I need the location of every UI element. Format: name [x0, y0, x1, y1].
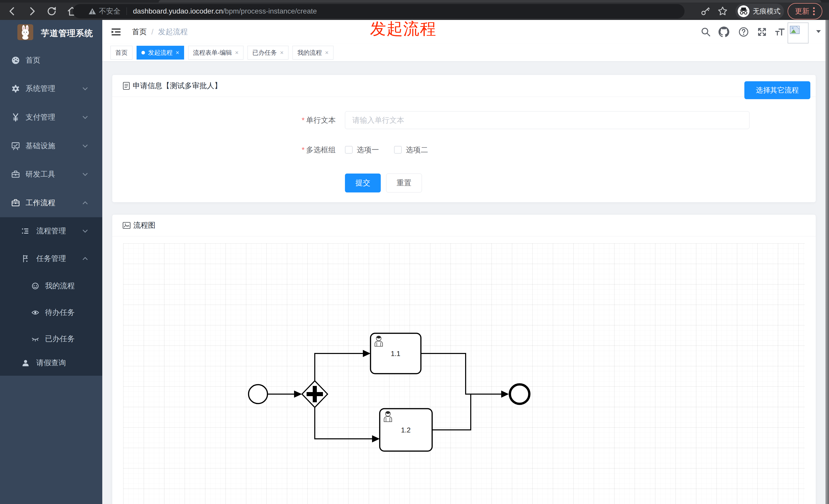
- sidebar-item-label: 支付管理: [26, 112, 55, 122]
- sidebar-item-label: 任务管理: [36, 254, 66, 264]
- form-card-title: 申请信息【测试多审批人】: [133, 81, 222, 91]
- warning-triangle-icon: [88, 7, 97, 15]
- tag-my-processes[interactable]: 我的流程×: [292, 46, 333, 60]
- sidebar-logo-row[interactable]: 芋道管理系统: [0, 20, 102, 48]
- monitor-icon: [11, 142, 20, 150]
- close-icon[interactable]: ×: [235, 49, 239, 56]
- sidebar-item-process-management[interactable]: 流程管理: [0, 218, 102, 244]
- tag-home[interactable]: 首页: [110, 46, 133, 60]
- breadcrumb-separator: /: [151, 28, 153, 36]
- sidebar-item-done-tasks[interactable]: 已办任务: [0, 325, 102, 352]
- sidebar-item-infrastructure[interactable]: 基础设施: [0, 131, 102, 160]
- tag-label: 已办任务: [252, 48, 277, 57]
- form-card-header: 申请信息【测试多审批人】 选择其它流程: [112, 75, 816, 97]
- flow-gateway-to-task2: [315, 408, 372, 439]
- close-icon[interactable]: ×: [176, 49, 179, 56]
- reset-button[interactable]: 重置: [386, 173, 422, 192]
- breadcrumb-current: 发起流程: [158, 27, 188, 37]
- flow-gateway-to-task1: [315, 353, 363, 381]
- update-menu-chip[interactable]: 更新: [788, 3, 822, 20]
- address-bar[interactable]: 不安全 dashboard.yudao.iocoder.cn/bpm/proce…: [73, 4, 685, 18]
- chevron-up-icon: [82, 257, 88, 261]
- tag-form-edit[interactable]: 流程表单-编辑×: [188, 46, 244, 60]
- page-scrollbar[interactable]: [825, 20, 829, 504]
- flow-diagram-card: 流程图: [112, 215, 816, 504]
- eye-open-icon: [31, 308, 39, 317]
- tag-label: 流程表单-编辑: [193, 48, 232, 57]
- tag-done-tasks[interactable]: 已办任务×: [248, 46, 288, 60]
- app-logo-bunny: [17, 24, 33, 40]
- security-status[interactable]: 不安全: [88, 6, 120, 16]
- content-area: 申请信息【测试多审批人】 选择其它流程 *单行文本 *多选框组 选项一 选项二 …: [102, 62, 829, 504]
- chevron-down-icon: [82, 115, 88, 119]
- bpmn-canvas[interactable]: 1.1 1.2: [123, 243, 805, 504]
- sidebar-item-dev-tools[interactable]: 研发工具: [0, 160, 102, 189]
- application-form-card: 申请信息【测试多审批人】 选择其它流程 *单行文本 *多选框组 选项一 选项二 …: [112, 75, 816, 202]
- sidebar-item-todo-tasks[interactable]: 待办任务: [0, 299, 102, 326]
- help-icon[interactable]: [738, 27, 749, 37]
- sidebar-item-label: 流程管理: [36, 226, 66, 236]
- toolbox-icon: [11, 170, 20, 179]
- sidebar-item-task-management[interactable]: 任务管理: [0, 245, 102, 272]
- font-size-icon[interactable]: [775, 27, 785, 37]
- back-icon[interactable]: [7, 6, 17, 16]
- submit-button[interactable]: 提交: [345, 173, 381, 192]
- sidebar-item-label: 系统管理: [26, 84, 55, 94]
- active-dot: [141, 51, 145, 54]
- sidebar-item-label: 已办任务: [45, 334, 75, 344]
- flag-icon: [22, 255, 30, 263]
- arrowhead: [363, 350, 370, 357]
- broken-image-icon: [790, 25, 801, 35]
- sidebar-item-system[interactable]: 系统管理: [0, 74, 102, 103]
- sidebar-item-workflow[interactable]: 工作流程: [0, 189, 102, 217]
- github-icon[interactable]: [719, 27, 729, 37]
- browser-active-tab[interactable]: [158, 0, 821, 3]
- breadcrumb-home[interactable]: 首页: [132, 27, 147, 37]
- checkbox-option-1[interactable]: [345, 146, 353, 154]
- diagram-card-title: 流程图: [133, 220, 155, 231]
- url-text[interactable]: dashboard.yudao.iocoder.cn/bpm/process-i…: [133, 7, 317, 15]
- key-icon[interactable]: [700, 7, 710, 16]
- sidebar-item-leave-query[interactable]: 请假查询: [0, 350, 102, 376]
- update-label: 更新: [795, 6, 809, 16]
- chevron-up-icon: [82, 201, 88, 205]
- search-icon[interactable]: [700, 27, 711, 37]
- chevron-down-icon: [82, 144, 88, 148]
- forward-icon[interactable]: [27, 6, 37, 16]
- start-event[interactable]: [249, 385, 267, 403]
- sidebar-item-label: 我的流程: [45, 281, 75, 291]
- browser-tabstrip: [0, 0, 829, 3]
- sidebar-item-label: 待办任务: [45, 307, 75, 318]
- task-label: 1.2: [401, 426, 411, 434]
- incognito-label: 无痕模式: [753, 7, 781, 16]
- gear-icon: [11, 84, 20, 93]
- security-label: 不安全: [99, 6, 120, 16]
- close-icon[interactable]: ×: [325, 49, 329, 56]
- incognito-icon: [737, 5, 750, 17]
- arrowhead: [294, 390, 302, 398]
- checkbox-option-2-label[interactable]: 选项二: [406, 146, 428, 154]
- avatar[interactable]: [788, 23, 808, 43]
- browser-chrome: 不安全 dashboard.yudao.iocoder.cn/bpm/proce…: [0, 0, 829, 20]
- choose-other-process-button[interactable]: 选择其它流程: [744, 81, 810, 99]
- sidebar-item-label: 基础设施: [26, 141, 55, 151]
- single-line-text-input[interactable]: [345, 111, 750, 129]
- kebab-menu-icon[interactable]: [813, 7, 815, 15]
- sidebar-item-label: 研发工具: [26, 169, 55, 180]
- checkbox-option-2[interactable]: [394, 146, 402, 154]
- fullscreen-icon[interactable]: [757, 27, 767, 37]
- avatar-caret-icon[interactable]: [816, 30, 821, 33]
- bookmark-star-icon[interactable]: [718, 6, 728, 16]
- tag-start-process[interactable]: 发起流程×: [137, 46, 184, 60]
- checkbox-option-1-label[interactable]: 选项一: [357, 146, 379, 154]
- tags-bar: 首页 发起流程× 流程表单-编辑× 已办任务× 我的流程×: [102, 44, 829, 62]
- briefcase-icon: [11, 199, 20, 207]
- sidebar-item-payment[interactable]: 支付管理: [0, 103, 102, 131]
- reload-icon[interactable]: [46, 6, 57, 16]
- bpmn-diagram: 1.1 1.2: [123, 243, 805, 504]
- sidebar-item-my-processes[interactable]: 我的流程: [0, 273, 102, 299]
- close-icon[interactable]: ×: [280, 49, 284, 56]
- end-event[interactable]: [510, 384, 529, 404]
- hamburger-collapse-icon[interactable]: [111, 27, 121, 37]
- sidebar-item-home[interactable]: 首页: [0, 46, 102, 75]
